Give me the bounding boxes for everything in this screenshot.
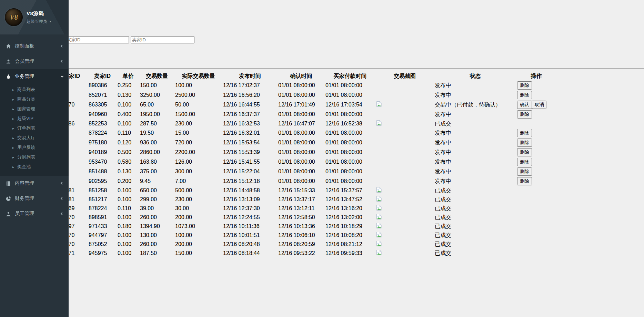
publish-time: 12/16 12:37:30 <box>223 205 260 211</box>
column-header: 确认时间 <box>278 72 324 80</box>
unit-price: 0.100 <box>118 250 131 256</box>
admin-role-dropdown[interactable]: 超级管理员 ▼ <box>27 19 52 24</box>
cancel-button[interactable]: 取消 <box>532 101 547 109</box>
column-header: 交易数量 <box>140 72 174 80</box>
table-row: 141905 【卖单】9613708633050.10065.0050.0012… <box>1 100 556 109</box>
sidebar-subitem[interactable]: ▸交易大厅 <box>0 133 69 143</box>
sidebar-subitem[interactable]: ▸超级VIP <box>0 114 69 123</box>
confirm-time: 12/16 12:58:50 <box>278 214 315 220</box>
sidebar-item-label: 内容管理 <box>15 180 61 186</box>
unit-price: 0.180 <box>118 223 131 229</box>
delete-button[interactable]: 删除 <box>517 91 532 99</box>
publish-time: 12/16 15:41:55 <box>223 159 260 165</box>
delete-button[interactable]: 删除 <box>517 129 532 137</box>
sidebar-subitem-label: 用户反馈 <box>17 144 35 151</box>
business-drop-icon <box>6 74 15 79</box>
sidebar-subitem-label: 商品分类 <box>17 96 35 102</box>
actual-trade-qty: 1500.00 <box>175 111 195 117</box>
sidebar-item[interactable]: 内容管理 <box>0 176 69 191</box>
status-text: 发布中 <box>435 82 451 88</box>
delete-button[interactable]: 删除 <box>517 177 532 185</box>
broken-image-icon <box>376 242 382 248</box>
sidebar-item-label: 会员管理 <box>15 58 61 64</box>
unit-price: 0.200 <box>118 178 131 184</box>
delete-button[interactable]: 删除 <box>517 167 532 176</box>
confirm-time: 01/01 08:00:00 <box>278 168 315 174</box>
status-text: 已成交 <box>435 241 451 247</box>
sidebar-subitem[interactable]: ▸商品列表 <box>0 85 69 94</box>
table-row: 141856 【卖单】8748709447970.100130.00100.00… <box>1 231 556 239</box>
chevron-left-icon <box>61 197 63 200</box>
sidebar-subitem[interactable]: ▸分润列表 <box>0 152 69 162</box>
table-row: 141844 【买单】9060719459750.100187.50150.00… <box>1 249 556 257</box>
status-text: 已成交 <box>435 187 451 193</box>
chevron-down-icon <box>0 51 644 53</box>
sidebar-subitem-label: 交易大厅 <box>17 135 35 141</box>
delete-button[interactable]: 删除 <box>517 139 532 147</box>
publish-time: 12/16 15:53:54 <box>223 140 260 145</box>
sidebar-item[interactable]: 会员管理 <box>0 54 69 69</box>
table-row: 141891 【卖单】8793818512580.100650.00500.00… <box>1 186 556 195</box>
sidebar-subitem[interactable]: ▸商品分类 <box>0 94 69 104</box>
status-select[interactable]: 请选择状态 <box>0 43 644 53</box>
status-text: 已成交 <box>435 214 451 220</box>
pay-time: 01/01 08:00:00 <box>325 140 362 145</box>
seller-id: 878224 <box>89 130 107 136</box>
broken-image-icon <box>376 121 382 127</box>
sidebar-subitem[interactable]: ▸奖金池 <box>0 162 69 172</box>
table-row: 141902 【卖单】8903868522530.100287.50230.00… <box>1 120 556 128</box>
pay-time: 12/16 09:59:33 <box>325 250 362 256</box>
buyer-id-input[interactable] <box>65 36 129 43</box>
table-header-row: #买家ID卖家ID单价交易数量实际交易数量发布时间确认时间买家付款时间交易截图状… <box>1 72 556 80</box>
pay-time: 01/01 08:00:00 <box>325 92 362 98</box>
chevron-left-icon <box>61 45 63 48</box>
finance-pie-icon <box>6 196 15 201</box>
broken-image-icon <box>376 215 382 221</box>
sidebar-subitem[interactable]: ▸国家管理 <box>0 104 69 114</box>
actual-trade-qty: 50.00 <box>175 102 189 108</box>
status-text: 发布中 <box>435 159 451 165</box>
trade-qty: 1950.00 <box>140 111 160 117</box>
actual-trade-qty: 2200.00 <box>175 149 195 155</box>
trade-qty: 19.50 <box>140 130 154 136</box>
publish-time: 12/16 10:11:36 <box>223 223 260 229</box>
delete-button[interactable]: 删除 <box>517 158 532 166</box>
delete-button[interactable]: 删除 <box>517 110 532 119</box>
seller-id: 852253 <box>89 121 107 126</box>
unit-price: 0.580 <box>118 159 131 165</box>
sidebar-subitem[interactable]: ▸用户反馈 <box>0 143 69 152</box>
trade-qty: 65.00 <box>140 102 154 108</box>
sidebar-item[interactable]: 控制面板 <box>0 39 69 54</box>
sidebar-item[interactable]: 业务管理 <box>0 69 69 84</box>
seller-id: 852071 <box>89 92 107 98</box>
sidebar-item[interactable]: 财务管理 <box>0 191 69 206</box>
trade-qty: 3250.00 <box>140 92 160 98</box>
sidebar-item[interactable]: 员工管理 <box>0 206 69 221</box>
confirm-time: 12/16 15:15:33 <box>278 187 315 193</box>
actual-trade-qty: 200.00 <box>175 214 192 220</box>
clear-cache-button[interactable]: 清空缓存 <box>0 0 644 12</box>
pay-time: 01/01 08:00:00 <box>325 178 362 184</box>
unit-price: 0.100 <box>118 187 131 193</box>
trade-qty: 287.50 <box>140 121 157 126</box>
actual-trade-qty: 230.00 <box>175 196 192 202</box>
staff-icon <box>6 211 15 216</box>
seller-id: 878224 <box>89 205 107 211</box>
seller-id-input[interactable] <box>131 36 194 43</box>
caret-right-icon: ▸ <box>12 117 14 121</box>
delete-button[interactable]: 删除 <box>517 148 532 156</box>
seller-id: 975180 <box>89 140 107 145</box>
sidebar-subitem[interactable]: ▸订单列表 <box>0 123 69 133</box>
confirm-button[interactable]: 确认 <box>517 101 532 109</box>
column-header: 发布时间 <box>223 72 277 80</box>
delete-button[interactable]: 删除 <box>517 81 532 90</box>
trade-qty: 187.50 <box>140 250 157 256</box>
actual-trade-qty: 1073.00 <box>175 223 195 229</box>
app-name: V8源码 <box>27 10 52 17</box>
seller-id: 875052 <box>89 241 107 247</box>
logout-button[interactable]: 注销 <box>0 12 644 24</box>
seller-id: 851488 <box>89 168 107 174</box>
sidebar-section: 控制面板 <box>0 39 69 54</box>
column-header: 实际交易数量 <box>175 72 222 80</box>
seller-id: 944797 <box>89 232 107 238</box>
